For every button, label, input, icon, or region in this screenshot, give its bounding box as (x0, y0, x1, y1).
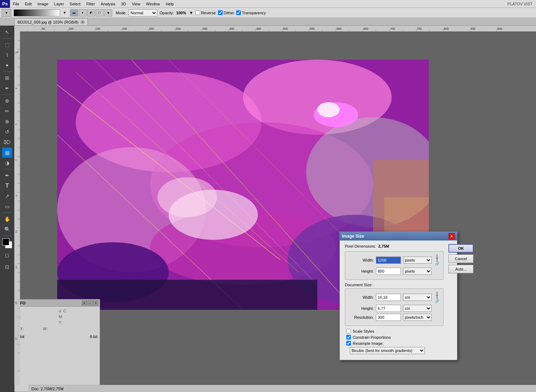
gradient-arrow[interactable]: ▼ (63, 11, 66, 15)
svg-text:750: 750 (417, 27, 422, 30)
bracket-top (437, 254, 437, 258)
tool-zoom[interactable]: 🔍 (2, 224, 12, 234)
scale-styles-checkbox[interactable] (346, 329, 351, 333)
menu-layer[interactable]: Layer (51, 1, 67, 7)
tool-stamp[interactable]: ⊗ (2, 116, 12, 126)
left-toolbar: ↖ ⬚ ⌇ ✦ ⊞ ✒ ⊕ ✏ ⊗ ↺ ⌦ ▦ ◑ ✒ T ↗ ▭ ✋ 🔍 ◻ … (0, 26, 14, 392)
info-panel-menu-btn[interactable]: ≡ (82, 301, 87, 306)
dialog-close-btn[interactable]: × (448, 233, 455, 239)
resolution-row: Resolution: pixels/inch (349, 314, 440, 321)
info-panel-buttons: ≡ – × (82, 301, 98, 306)
file-tab[interactable]: BD2012_009.jpg @ 103% (RGB/8) × (14, 18, 88, 25)
menu-analysis[interactable]: Analysis (98, 1, 118, 7)
bit-depth-right: 8-bit (90, 334, 98, 339)
tool-eraser[interactable]: ⌦ (2, 137, 12, 147)
foreground-color[interactable] (2, 238, 9, 245)
doc-height-input[interactable] (376, 305, 401, 312)
toolbar-separator-6 (3, 235, 11, 236)
c-icon: 🖨 (59, 309, 62, 313)
reverse-checkbox-item: Reverse (195, 10, 216, 15)
doc-height-label: Height: (349, 306, 374, 311)
tool-lasso[interactable]: ⌇ (2, 50, 12, 60)
info-c-row: 🖨 C: (59, 309, 98, 313)
gradient-preview[interactable] (14, 9, 60, 16)
tool-shape[interactable]: ▭ (2, 202, 12, 212)
tool-mode-toggle[interactable]: ◻ (2, 250, 12, 260)
tool-move[interactable]: ↖ (2, 27, 12, 37)
transparency-checkbox[interactable] (236, 10, 241, 15)
menu-edit[interactable]: Edit (22, 1, 35, 7)
foreground-background-colors[interactable] (2, 238, 12, 248)
tool-screen-mode[interactable]: ⊡ (2, 262, 12, 272)
app-title: PLATOV VIST (507, 2, 536, 6)
dialog-buttons: OK Cancel Auto... (448, 240, 476, 360)
doc-size-label: Document Size: (345, 283, 373, 287)
resolution-unit[interactable]: pixels/inch (403, 314, 432, 321)
svg-text:400: 400 (229, 27, 234, 30)
resolution-input[interactable] (376, 314, 401, 321)
gradient-angle-btn[interactable]: ◩ (87, 9, 95, 16)
pixel-height-unit[interactable]: pixels (403, 268, 432, 275)
tool-history-brush[interactable]: ↺ (2, 127, 12, 137)
auto-button[interactable]: Auto... (448, 265, 473, 273)
tool-heal[interactable]: ⊕ (2, 96, 12, 106)
ruler-v-svg: 1 (14, 31, 20, 385)
pixel-width-unit[interactable]: pixels (403, 257, 432, 264)
resample-method-select[interactable]: Bicubic (best for smooth gradients) (350, 347, 425, 354)
tool-path-select[interactable]: ↗ (2, 191, 12, 201)
tool-preset-picker[interactable]: ▼ (1, 9, 11, 17)
tool-dodge[interactable]: ◑ (2, 158, 12, 168)
doc-height-unit[interactable]: cm (403, 305, 432, 312)
ok-button[interactable]: OK (448, 244, 473, 253)
gradient-diamond-btn[interactable]: ◆ (104, 9, 112, 16)
resample-checkbox[interactable] (346, 341, 351, 346)
constrain-checkbox[interactable] (346, 335, 351, 339)
menu-image[interactable]: Image (35, 1, 51, 7)
pixel-dimensions-row: Pixel Dimensions: 2,75M (345, 244, 443, 248)
tool-text[interactable]: T (2, 181, 12, 191)
tool-crop[interactable]: ⊞ (2, 73, 12, 83)
reverse-checkbox[interactable] (195, 10, 200, 15)
scale-styles-row: Scale Styles (345, 329, 443, 333)
gradient-reflected-btn[interactable]: ⬡ (96, 9, 104, 16)
gradient-linear-btn[interactable]: ▬ (70, 9, 78, 16)
menu-view[interactable]: View (129, 1, 143, 7)
info-panel-close-btn[interactable]: × (93, 301, 98, 306)
tool-pen[interactable]: ✒ (2, 170, 12, 180)
tool-eyedropper[interactable]: ✒ (2, 83, 12, 93)
svg-text:17: 17 (15, 337, 18, 340)
tool-brush[interactable]: ✏ (2, 106, 12, 116)
svg-text:11: 11 (15, 230, 18, 233)
menu-file[interactable]: File (10, 1, 22, 7)
ruler-horizontal: 50 100 150 200 250 300 350 400 450 500 5… (14, 26, 536, 31)
tool-marquee[interactable]: ⬚ (2, 40, 12, 50)
pixel-height-input[interactable] (376, 268, 401, 275)
menu-window[interactable]: Window (143, 1, 163, 7)
info-panel-minimize-btn[interactable]: – (88, 301, 93, 306)
opacity-arrow[interactable]: ▼ (189, 10, 193, 15)
svg-text:850: 850 (471, 27, 476, 30)
tool-gradient[interactable]: ▦ (2, 148, 12, 158)
cancel-button[interactable]: Cancel (448, 254, 473, 263)
mode-select[interactable]: Normal (129, 9, 157, 16)
tool-hand[interactable]: ✋ (2, 214, 12, 224)
svg-text:50: 50 (42, 27, 45, 30)
pixel-width-input[interactable] (376, 257, 401, 264)
menu-3d[interactable]: 3D (118, 1, 129, 7)
doc-width-input[interactable] (376, 294, 401, 301)
status-bar: Doc: 2,75M/2,75M (29, 385, 536, 392)
resample-label: Resample Image: (353, 341, 383, 346)
menu-filter[interactable]: Filter (83, 1, 98, 7)
doc-width-unit[interactable]: cm (403, 294, 432, 301)
svg-text:1: 1 (15, 52, 18, 54)
tab-close-btn[interactable]: × (80, 20, 85, 24)
svg-rect-0 (14, 26, 536, 31)
svg-text:600: 600 (337, 27, 342, 30)
gradient-radial-btn[interactable]: ● (79, 9, 86, 16)
svg-text:450: 450 (256, 27, 261, 30)
transparency-label: Transparency (242, 11, 266, 15)
menu-select[interactable]: Select (67, 1, 84, 7)
menu-help[interactable]: Help (163, 1, 177, 7)
dither-checkbox[interactable] (218, 10, 223, 15)
tool-wand[interactable]: ✦ (2, 60, 12, 70)
